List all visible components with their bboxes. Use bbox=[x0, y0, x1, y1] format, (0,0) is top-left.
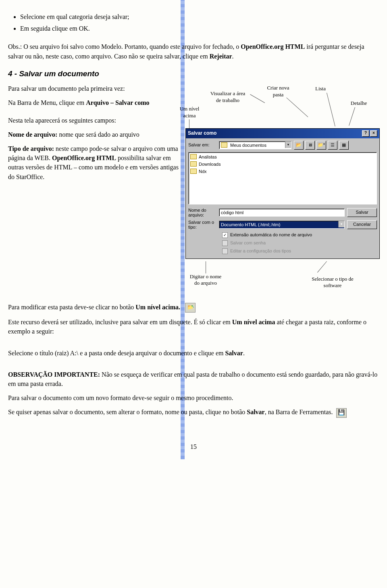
checkbox-label: Extensão automática do nome de arquivo bbox=[230, 232, 312, 238]
checkbox-icon bbox=[222, 248, 228, 254]
callout-selecionar: Selecionar o tipo de software bbox=[306, 276, 359, 289]
callout-text: Selecionar o tipo de software bbox=[312, 276, 354, 288]
checkbox-auto-ext[interactable]: ✓ Extensão automática do nome de arquivo bbox=[222, 232, 377, 238]
tipo-label: Tipo de arquivo: bbox=[8, 145, 54, 152]
callout-lista: Lista bbox=[310, 85, 331, 92]
close-button[interactable]: × bbox=[370, 130, 377, 137]
bullet-item: Em seguida clique em OK. bbox=[20, 24, 379, 33]
text: Selecione o título (raiz) A:\ e a pasta … bbox=[8, 350, 225, 357]
callout-text: Digitar o nome do arquivo bbox=[190, 273, 222, 286]
folder-item[interactable]: Ndx bbox=[190, 169, 375, 175]
chevron-down-icon: ▼ bbox=[338, 221, 344, 227]
list-view-icon[interactable]: ☰ bbox=[328, 141, 337, 150]
obs-bold2: Rejeitar bbox=[210, 53, 232, 60]
salvar-em-value: Meus documentos bbox=[230, 143, 266, 148]
text: Se quiser apenas salvar o documento, sem… bbox=[8, 409, 247, 415]
para-obs-important: OBSERVAÇÃO IMPORTANTE: Não se esqueça de… bbox=[8, 370, 379, 388]
callout-text: Detalhe bbox=[351, 100, 367, 106]
up-one-level-icon[interactable]: 📂 bbox=[294, 141, 304, 150]
nome-arquivo-input[interactable]: código html bbox=[219, 209, 345, 217]
obs-bold1: OpenOffice.org HTML bbox=[241, 43, 305, 50]
checkbox-label: Salvar com senha bbox=[230, 240, 266, 246]
callout-text: Um nível acima bbox=[180, 106, 200, 118]
para-menu-a: Na Barra de Menu, clique em bbox=[8, 99, 86, 106]
para-tipo: Tipo de arquivo: neste campo pode-se sal… bbox=[8, 144, 181, 181]
callout-text: Visualizar a área de trabalho bbox=[210, 90, 246, 103]
callout-text: Criar nova pasta bbox=[267, 85, 289, 97]
salvar-em-dropdown[interactable]: Meus documentos ▼ bbox=[219, 141, 291, 149]
obs-text3: . bbox=[232, 53, 234, 60]
save-disk-icon bbox=[336, 408, 347, 418]
nome-arquivo-label: Nome do arquivo: bbox=[188, 208, 216, 217]
detail-view-icon[interactable]: ▦ bbox=[339, 141, 349, 150]
para-quick-save: Se quiser apenas salvar o documento, sem… bbox=[8, 407, 379, 417]
callout-visualizar: Visualizar a área de trabalho bbox=[210, 90, 246, 104]
dialog-titlebar: Salvar como ? × bbox=[186, 129, 379, 138]
checkbox-icon bbox=[222, 240, 228, 246]
bullet-list: Selecione em qual categoria deseja salva… bbox=[8, 12, 379, 33]
desktop-icon[interactable]: 🖥 bbox=[305, 141, 315, 150]
obs-text: O seu arquivo foi salvo como Modelo. Por… bbox=[22, 43, 241, 50]
dialog-title: Salvar como bbox=[188, 130, 216, 137]
tipo-arquivo-label: Salvar com o tipo: bbox=[188, 220, 216, 229]
text-bold: Salvar bbox=[247, 409, 264, 415]
para-nome: Nome de arquivo: nome que será dado ao a… bbox=[8, 130, 181, 139]
para-first: Para salvar um documento pela primeira v… bbox=[8, 84, 181, 93]
para-resource: Este recurso deverá ser utilizado, inclu… bbox=[8, 317, 379, 336]
checkbox-edit-types: Editar a configuração dos tipos bbox=[222, 248, 377, 254]
top-callouts: Um nível acima Visualizar a área de trab… bbox=[185, 84, 380, 128]
text: Este recurso deverá ser utilizado, inclu… bbox=[8, 319, 232, 325]
text: . bbox=[243, 350, 245, 357]
para-fields: Nesta tela aparecerá os seguintes campos… bbox=[8, 116, 181, 125]
save-as-dialog: Salvar como ? × Salvar em: Meus document… bbox=[185, 128, 380, 259]
callout-um-nivel: Um nível acima bbox=[175, 106, 204, 119]
help-button[interactable]: ? bbox=[362, 130, 369, 137]
tipo-arquivo-dropdown[interactable]: Documento HTML (.html;.htm) ▼ bbox=[219, 221, 345, 229]
para-menu: Na Barra de Menu, clique em Arquivo – Sa… bbox=[8, 98, 181, 107]
tipo-text-b: OpenOffice.org HTML bbox=[52, 154, 116, 161]
callout-detalhe: Detalhe bbox=[347, 100, 371, 106]
obs-label: Obs.: bbox=[8, 43, 22, 50]
low-callouts: Digitar o nome do arquivo Selecionar o t… bbox=[185, 262, 380, 298]
text: Para modificar esta pasta deve-se clicar… bbox=[8, 304, 135, 311]
file-list-pane[interactable]: Analistas Downloads Ndx bbox=[188, 152, 377, 204]
nome-text: nome que será dado ao arquivo bbox=[57, 131, 139, 138]
callout-text: Lista bbox=[315, 85, 326, 92]
folder-item[interactable]: Analistas bbox=[190, 154, 375, 161]
checkbox-icon: ✓ bbox=[222, 232, 228, 238]
folder-item[interactable]: Downloads bbox=[190, 161, 375, 168]
text: , na Barra de Ferramentas. bbox=[265, 409, 333, 415]
section-4-title: 4 - Salvar um documento bbox=[8, 68, 379, 79]
new-folder-icon[interactable]: 📁* bbox=[316, 141, 326, 150]
text-bold: Um nível acima. bbox=[135, 304, 180, 311]
para-modify: Para modificar esta pasta deve-se clicar… bbox=[8, 302, 379, 313]
salvar-em-label: Salvar em: bbox=[188, 142, 216, 148]
checkbox-password: Salvar com senha bbox=[222, 240, 377, 246]
checkbox-label: Editar a configuração dos tipos bbox=[230, 248, 291, 254]
para-select: Selecione o título (raiz) A:\ e a pasta … bbox=[8, 348, 379, 358]
bullet-item: Selecione em qual categoria deseja salva… bbox=[20, 12, 379, 21]
text-bold: Salvar bbox=[225, 350, 243, 357]
bullet-text: Em seguida clique em OK. bbox=[20, 25, 90, 32]
cancel-button[interactable]: Cancelar bbox=[347, 220, 377, 229]
nome-label: Nome de arquivo: bbox=[8, 131, 57, 138]
para-new-format: Para salvar o documento com um novo form… bbox=[8, 393, 379, 402]
callout-digitar: Digitar o nome do arquivo bbox=[189, 273, 222, 287]
text-bold: Um nível acima bbox=[232, 319, 275, 325]
obs-paragraph: Obs.: O seu arquivo foi salvo como Model… bbox=[8, 42, 379, 60]
obs-important-label: OBSERVAÇÃO IMPORTANTE: bbox=[8, 371, 100, 378]
tipo-value: Documento HTML (.html;.htm) bbox=[221, 222, 281, 227]
save-button[interactable]: Salvar bbox=[347, 208, 377, 217]
para-menu-b: Arquivo – Salvar como bbox=[86, 99, 149, 106]
up-level-icon bbox=[185, 303, 196, 313]
chevron-down-icon: ▼ bbox=[285, 142, 291, 148]
page-number: 15 bbox=[8, 442, 379, 451]
callout-criar: Criar nova pasta bbox=[262, 85, 294, 98]
